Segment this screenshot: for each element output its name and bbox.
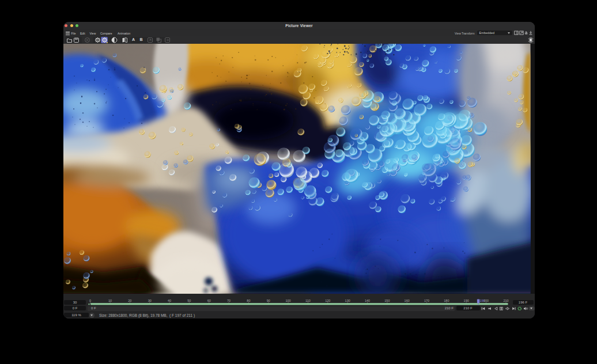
svg-text:0: 0 xyxy=(89,299,91,302)
svg-text:170: 170 xyxy=(424,299,429,302)
svg-text:20: 20 xyxy=(128,299,131,302)
svg-text:10: 10 xyxy=(108,299,112,302)
svg-text:150: 150 xyxy=(384,299,390,302)
svg-text:110: 110 xyxy=(305,299,311,302)
svg-text:190: 190 xyxy=(464,299,469,302)
svg-text:120: 120 xyxy=(325,299,330,302)
svg-text:60: 60 xyxy=(207,299,211,302)
svg-text:180: 180 xyxy=(444,299,449,302)
svg-text:80: 80 xyxy=(247,299,250,302)
svg-text:140: 140 xyxy=(365,299,370,302)
svg-text:196: 196 xyxy=(480,299,485,302)
svg-text:50: 50 xyxy=(187,299,191,302)
svg-text:130: 130 xyxy=(345,299,350,302)
svg-text:30: 30 xyxy=(148,299,152,302)
svg-text:100: 100 xyxy=(286,299,291,302)
svg-text:210: 210 xyxy=(503,299,508,302)
svg-text:90: 90 xyxy=(267,299,270,302)
svg-text:160: 160 xyxy=(405,299,410,302)
svg-text:70: 70 xyxy=(227,299,231,302)
svg-text:40: 40 xyxy=(168,299,171,302)
